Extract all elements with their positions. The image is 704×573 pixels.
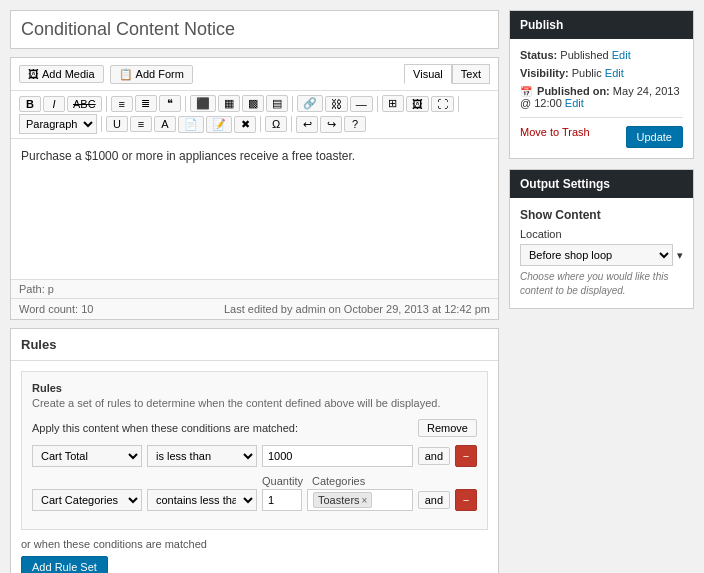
update-button[interactable]: Update <box>626 126 683 148</box>
add-rule-set-button[interactable]: Add Rule Set <box>21 556 108 573</box>
calendar-icon: 📅 <box>520 86 532 97</box>
visibility-edit-link[interactable]: Edit <box>605 67 624 79</box>
separator-3 <box>292 96 293 112</box>
visibility-value: Public <box>572 67 602 79</box>
minus-icon-1: − <box>463 450 469 462</box>
paste-text-button[interactable]: 📄 <box>178 116 204 133</box>
qty-cats-labels: Quantity Categories <box>32 475 477 487</box>
add-form-button[interactable]: 📋 Add Form <box>110 65 193 84</box>
align-center-button[interactable]: ▦ <box>218 95 240 112</box>
remove-button[interactable]: Remove <box>418 419 477 437</box>
image-button[interactable]: 🖼 <box>406 96 429 112</box>
rules-box-title: Rules <box>11 329 498 361</box>
paragraph-select[interactable]: Paragraph <box>19 114 97 134</box>
output-settings-box: Output Settings Show Content Location Be… <box>509 169 694 309</box>
publish-box: Publish Status: Published Edit Visibilit… <box>509 10 694 159</box>
ordered-list-button[interactable]: ≣ <box>135 95 157 112</box>
published-label: Published on: <box>537 85 610 97</box>
omega-button[interactable]: Ω <box>265 116 287 132</box>
rules-box: Rules Rules Create a set of rules to det… <box>10 328 499 573</box>
condition-row-2: Cart Categories contains less than Toast… <box>32 489 477 511</box>
move-to-trash-link[interactable]: Move to Trash <box>520 126 590 138</box>
condition2-field-select[interactable]: Cart Categories <box>32 489 142 511</box>
location-select[interactable]: Before shop loop After shop loop Before … <box>520 244 673 266</box>
minus-icon-2: − <box>463 494 469 506</box>
separator-6 <box>101 116 102 132</box>
condition2-delete-button[interactable]: − <box>455 489 477 511</box>
rules-desc: Create a set of rules to determine when … <box>32 397 477 409</box>
underline-button[interactable]: U <box>106 116 128 132</box>
separator-8 <box>291 116 292 132</box>
separator-7 <box>260 116 261 132</box>
media-icon: 🖼 <box>28 68 39 80</box>
separator-2 <box>185 96 186 112</box>
justify-button[interactable]: ≡ <box>130 116 152 132</box>
apply-label: Apply this content when these conditions… <box>32 422 298 434</box>
condition1-and-button[interactable]: and <box>418 447 450 465</box>
editor-content[interactable]: Purchase a $1000 or more in appliances r… <box>11 139 498 279</box>
published-edit-link[interactable]: Edit <box>565 97 584 109</box>
paste-word-button[interactable]: 📝 <box>206 116 232 133</box>
rules-inner: Rules Create a set of rules to determine… <box>11 361 498 573</box>
condition2-and-button[interactable]: and <box>418 491 450 509</box>
separator-5 <box>458 96 459 112</box>
unordered-list-button[interactable]: ≡ <box>111 96 133 112</box>
editor-toolbar-top: 🖼 Add Media 📋 Add Form Visual Text <box>11 58 498 91</box>
status-edit-link[interactable]: Edit <box>612 49 631 61</box>
tag-remove-icon[interactable]: × <box>362 495 368 506</box>
insert-more-button[interactable]: — <box>350 96 373 112</box>
or-when-label: or when these conditions are matched <box>21 538 488 550</box>
remove-format-button[interactable]: ✖ <box>234 116 256 133</box>
strikethrough-button[interactable]: ABC <box>67 96 102 112</box>
post-title-input[interactable] <box>11 11 498 48</box>
fullscreen-button[interactable]: ⛶ <box>431 96 454 112</box>
publish-box-content: Status: Published Edit Visibility: Publi… <box>510 39 693 158</box>
undo-button[interactable]: ↩ <box>296 116 318 133</box>
sidebar-divider <box>520 117 683 118</box>
rules-subtitle: Rules <box>32 382 477 394</box>
post-title-box <box>10 10 499 49</box>
condition1-delete-button[interactable]: − <box>455 445 477 467</box>
help-button[interactable]: ? <box>344 116 366 132</box>
form-icon: 📋 <box>119 68 133 81</box>
word-count: Word count: 10 <box>19 303 93 315</box>
tab-visual[interactable]: Visual <box>404 64 452 84</box>
condition2-cats-input[interactable]: Toasters × <box>307 489 413 511</box>
separator-4 <box>377 96 378 112</box>
tab-text[interactable]: Text <box>452 64 490 84</box>
editor-footer: Word count: 10 Last edited by admin on O… <box>11 298 498 319</box>
separator-1 <box>106 96 107 112</box>
visibility-label: Visibility: <box>520 67 569 79</box>
unlink-button[interactable]: ⛓ <box>325 96 348 112</box>
condition2-operator-select[interactable]: contains less than <box>147 489 257 511</box>
location-label: Location <box>520 228 683 240</box>
editor-text: Purchase a $1000 or more in appliances r… <box>21 149 488 163</box>
condition1-operator-select[interactable]: is less than <box>147 445 257 467</box>
path-text: Path: p <box>19 283 54 295</box>
table-button[interactable]: ⊞ <box>382 95 404 112</box>
condition2-qty-input[interactable] <box>262 489 302 511</box>
tag-label: Toasters <box>318 494 360 506</box>
status-label: Status: <box>520 49 557 61</box>
blockquote-button[interactable]: ❝ <box>159 95 181 112</box>
align-right-button[interactable]: ▩ <box>242 95 264 112</box>
qty-label: Quantity <box>262 475 307 487</box>
condition-row-1: Cart Total is less than and − <box>32 445 477 467</box>
text-color-button[interactable]: A <box>154 116 176 132</box>
bold-button[interactable]: B <box>19 96 41 112</box>
output-settings-title: Output Settings <box>510 170 693 198</box>
italic-button[interactable]: I <box>43 96 65 112</box>
align-justify-button[interactable]: ▤ <box>266 95 288 112</box>
condition1-field-select[interactable]: Cart Total <box>32 445 142 467</box>
link-button[interactable]: 🔗 <box>297 95 323 112</box>
status-value: Published <box>560 49 608 61</box>
condition1-value-input[interactable] <box>262 445 413 467</box>
visibility-row: Visibility: Public Edit <box>520 67 683 79</box>
show-content-label: Show Content <box>520 208 683 222</box>
align-left-button[interactable]: ⬛ <box>190 95 216 112</box>
output-settings-content: Show Content Location Before shop loop A… <box>510 198 693 308</box>
output-hint: Choose where you would like this content… <box>520 270 683 298</box>
publish-box-title: Publish <box>510 11 693 39</box>
add-media-button[interactable]: 🖼 Add Media <box>19 65 104 83</box>
redo-button[interactable]: ↪ <box>320 116 342 133</box>
